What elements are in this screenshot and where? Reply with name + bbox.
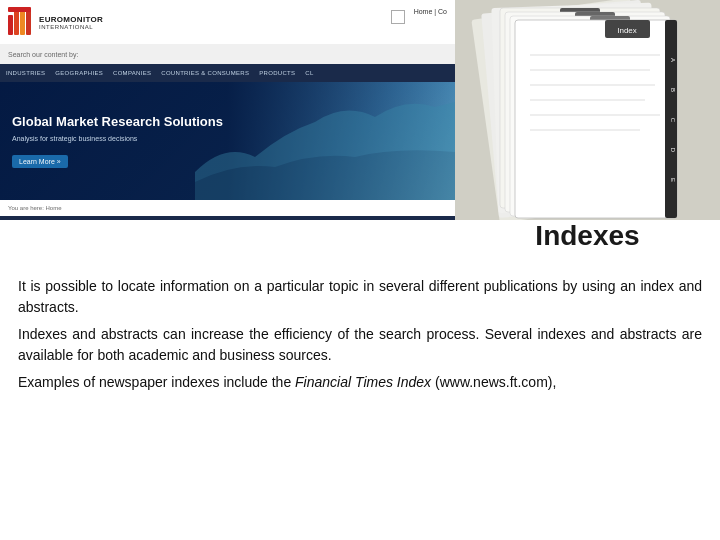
title-row: Indexes xyxy=(0,220,720,252)
em-nav-cl[interactable]: CL xyxy=(305,70,313,76)
em-logo-icon xyxy=(8,7,36,37)
svg-text:D: D xyxy=(670,148,676,153)
em-hero: Global Market Research Solutions Analysi… xyxy=(0,82,455,200)
svg-rect-3 xyxy=(26,10,31,35)
svg-text:C: C xyxy=(670,118,676,123)
top-section: EUROMONITOR INTERNATIONAL Home | Co Sear… xyxy=(0,0,720,220)
svg-text:Index: Index xyxy=(617,26,637,35)
em-nav-bar: INDUSTRIES GEOGRAPHIES COMPANIES COUNTRI… xyxy=(0,64,455,82)
em-nav-companies[interactable]: COMPANIES xyxy=(113,70,151,76)
svg-text:A: A xyxy=(670,58,676,62)
svg-rect-18 xyxy=(515,20,677,218)
body-text-section: It is possible to locate information on … xyxy=(0,262,720,540)
em-hero-landscape xyxy=(195,82,455,200)
em-search-bar: Search our content by: xyxy=(0,44,455,64)
em-placeholder-box xyxy=(391,10,405,24)
svg-rect-4 xyxy=(8,7,31,12)
em-hero-title: Global Market Research Solutions xyxy=(12,114,223,131)
body-paragraph-1: It is possible to locate information on … xyxy=(18,276,702,318)
em-logo: EUROMONITOR INTERNATIONAL xyxy=(8,7,103,37)
em-nav-industries[interactable]: INDUSTRIES xyxy=(6,70,45,76)
em-nav-countries[interactable]: COUNTRIES & CONSUMERS xyxy=(161,70,249,76)
index-cards-svg: Label Label Label Index xyxy=(455,0,720,220)
page-container: EUROMONITOR INTERNATIONAL Home | Co Sear… xyxy=(0,0,720,540)
em-nav-products[interactable]: PRODUCTS xyxy=(259,70,295,76)
em-hero-content: Global Market Research Solutions Analysi… xyxy=(12,114,223,168)
body-paragraph-2: Indexes and abstracts can increase the e… xyxy=(18,324,702,366)
em-hero-subtitle: Analysis for strategic business decision… xyxy=(12,135,223,142)
svg-text:B: B xyxy=(670,88,676,92)
italic-financial-times: Financial Times Index xyxy=(295,374,431,390)
indexes-title: Indexes xyxy=(535,220,639,251)
body-paragraph-3: Examples of newspaper indexes include th… xyxy=(18,372,702,393)
indexes-title-area: Indexes xyxy=(455,220,720,252)
svg-rect-1 xyxy=(14,11,19,35)
em-logo-text: EUROMONITOR INTERNATIONAL xyxy=(39,15,103,30)
euromonitor-screenshot: EUROMONITOR INTERNATIONAL Home | Co Sear… xyxy=(0,0,455,220)
index-image-panel: Label Label Label Index xyxy=(455,0,720,220)
svg-rect-0 xyxy=(8,15,13,35)
em-header: EUROMONITOR INTERNATIONAL Home | Co xyxy=(0,0,455,44)
em-nav-geographies[interactable]: GEOGRAPHIES xyxy=(55,70,103,76)
em-breadcrumb: You are here: Home xyxy=(0,200,455,216)
em-hero-button[interactable]: Learn More » xyxy=(12,155,68,168)
svg-text:E: E xyxy=(670,178,676,182)
em-nav-right: Home | Co xyxy=(414,8,447,15)
